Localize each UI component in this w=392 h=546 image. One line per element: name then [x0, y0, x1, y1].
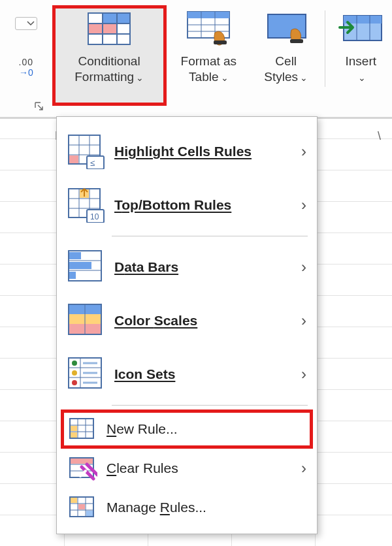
- column-header: \: [378, 129, 381, 143]
- svg-rect-5: [103, 14, 116, 23]
- svg-point-55: [72, 380, 77, 385]
- submenu-arrow-icon: ›: [301, 142, 306, 161]
- submenu-arrow-icon: ›: [301, 258, 306, 276]
- menu-new-rule[interactable]: New Rule...: [61, 410, 313, 449]
- menu-item-label: Top/Bottom Rules: [114, 197, 231, 213]
- svg-point-54: [72, 370, 77, 376]
- menu-item-label: Data Bars: [114, 259, 178, 275]
- dialog-launcher-icon: [34, 101, 44, 112]
- chevron-down-icon: ⌄: [221, 72, 229, 83]
- dialog-launcher-button[interactable]: [33, 100, 46, 113]
- svg-rect-8: [103, 24, 116, 33]
- svg-rect-17: [290, 39, 303, 43]
- conditional-formatting-menu: ≤ Highlight Cells Rules › 10 Top/Bottom …: [56, 116, 318, 534]
- menu-clear-rules[interactable]: Clear Rules ›: [61, 449, 313, 488]
- decrease-decimal-button[interactable]: .00 →0: [19, 57, 33, 77]
- menu-item-label: Manage Rules...: [106, 500, 206, 515]
- clear-rules-icon: [67, 455, 97, 481]
- svg-rect-76: [78, 504, 85, 509]
- chevron-down-icon: [27, 20, 35, 27]
- svg-rect-27: [69, 155, 78, 163]
- submenu-arrow-icon: ›: [301, 459, 306, 477]
- cell-styles-icon: [263, 10, 310, 47]
- menu-highlight-cells-rules[interactable]: ≤ Highlight Cells Rules ›: [61, 125, 313, 178]
- format-as-table-button[interactable]: Format as Table⌄: [167, 5, 251, 106]
- submenu-arrow-icon: ›: [301, 312, 306, 330]
- menu-item-label: Clear Rules: [106, 460, 178, 476]
- svg-rect-6: [118, 14, 129, 23]
- format-as-table-label: Format as Table⌄: [171, 54, 247, 85]
- conditional-formatting-button[interactable]: Conditional Formatting⌄: [52, 5, 167, 106]
- manage-rules-icon: [67, 494, 97, 521]
- insert-cells-icon: [337, 10, 384, 47]
- cell-styles-label: Cell Styles⌄: [255, 54, 317, 85]
- menu-top-bottom-rules[interactable]: 10 Top/Bottom Rules ›: [61, 178, 313, 232]
- svg-point-53: [72, 361, 77, 366]
- menu-item-label: Color Scales: [114, 313, 197, 329]
- svg-rect-10: [188, 12, 229, 18]
- color-scales-icon: [67, 303, 105, 338]
- svg-rect-69: [71, 458, 93, 464]
- svg-text:10: 10: [90, 212, 99, 221]
- cell-styles-button[interactable]: Cell Styles⌄: [251, 5, 321, 106]
- highlight-cells-rules-icon: ≤: [67, 134, 105, 169]
- svg-rect-15: [214, 40, 227, 44]
- svg-rect-41: [69, 252, 81, 259]
- menu-item-label: New Rule...: [106, 421, 178, 437]
- svg-rect-65: [71, 432, 77, 438]
- svg-rect-64: [71, 426, 77, 431]
- submenu-arrow-icon: ›: [301, 365, 306, 383]
- svg-rect-7: [89, 24, 102, 33]
- menu-manage-rules[interactable]: Manage Rules...: [61, 488, 313, 527]
- menu-separator: [112, 405, 308, 406]
- menu-data-bars[interactable]: Data Bars ›: [61, 240, 313, 294]
- insert-cells-button[interactable]: Insert⌄: [329, 5, 392, 106]
- number-group-fragment: .00 →0: [0, 5, 52, 77]
- svg-rect-43: [69, 272, 76, 279]
- chevron-down-icon: ⌄: [300, 72, 308, 83]
- group-separator: [325, 10, 325, 87]
- menu-item-label: Highlight Cells Rules: [114, 144, 252, 159]
- new-rule-icon: [67, 416, 97, 442]
- svg-rect-28: [87, 156, 104, 169]
- chevron-down-icon: ⌄: [358, 72, 366, 83]
- number-format-dropdown[interactable]: [15, 17, 37, 30]
- arrow-right-icon: →0: [19, 68, 33, 77]
- menu-item-label: Icon Sets: [114, 366, 175, 382]
- chevron-down-icon: ⌄: [136, 72, 144, 83]
- data-bars-icon: [67, 249, 105, 285]
- decrease-decimal-icon: .00: [19, 57, 33, 67]
- menu-color-scales[interactable]: Color Scales ›: [61, 294, 313, 347]
- icon-sets-icon: [67, 357, 105, 392]
- conditional-formatting-label: Conditional Formatting⌄: [56, 54, 163, 85]
- submenu-arrow-icon: ›: [301, 196, 306, 214]
- menu-separator: [112, 236, 308, 236]
- ribbon: .00 →0 Conditional Formatting⌄: [0, 0, 392, 119]
- svg-rect-77: [86, 511, 93, 516]
- conditional-formatting-icon: [86, 10, 133, 47]
- top-bottom-rules-icon: 10: [67, 187, 105, 223]
- svg-rect-42: [69, 262, 91, 269]
- menu-icon-sets[interactable]: Icon Sets ›: [61, 347, 313, 401]
- format-as-table-icon: [185, 10, 232, 47]
- insert-cells-label: Insert⌄: [345, 54, 376, 85]
- svg-rect-75: [71, 498, 77, 503]
- svg-text:≤: ≤: [90, 158, 95, 168]
